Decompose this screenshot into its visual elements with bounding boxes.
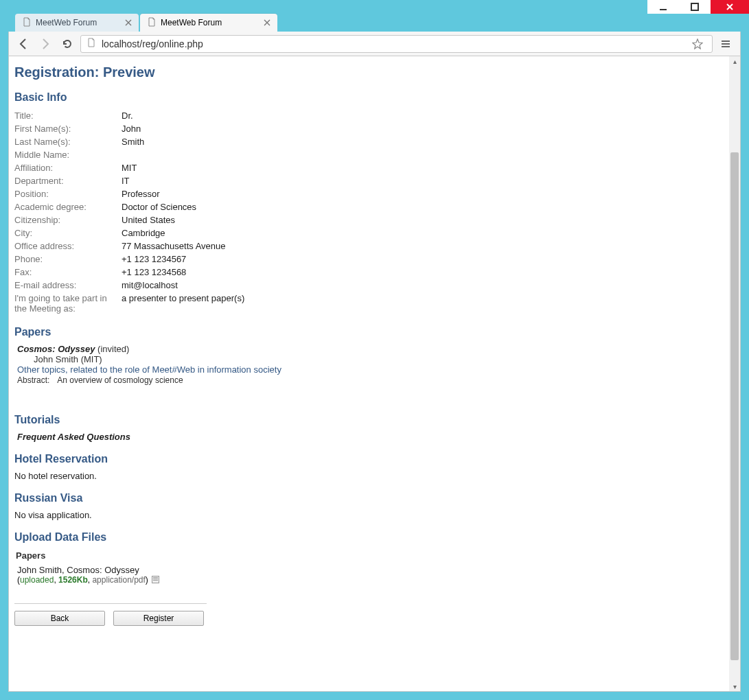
info-row: Academic degree:Doctor of Sciences	[14, 200, 244, 213]
upload-item-meta: (uploaded, 1526Kb, application/pdf)	[17, 575, 728, 585]
info-row: Affiliation:MIT	[14, 161, 244, 174]
maximize-button[interactable]	[679, 0, 711, 14]
close-button[interactable]	[711, 0, 749, 14]
info-value: Smith	[122, 135, 244, 148]
info-row: Last Name(s):Smith	[14, 135, 244, 148]
svg-rect-1	[691, 3, 698, 10]
info-value	[122, 148, 244, 161]
scroll-up-icon[interactable]: ▴	[729, 56, 740, 66]
upload-subheading: Papers	[16, 550, 728, 561]
svg-rect-3	[722, 43, 730, 45]
page-icon	[22, 17, 32, 29]
window-controls	[647, 0, 749, 14]
scrollbar[interactable]: ▴ ▾	[729, 56, 740, 691]
info-label: E-mail address:	[14, 279, 122, 292]
upload-size: 1526Kb	[58, 575, 88, 585]
svg-rect-7	[153, 579, 158, 579]
section-papers: Papers	[14, 326, 728, 338]
tutorial-item: Frequent Asked Questions	[17, 432, 728, 442]
hotel-text: No hotel reservation.	[14, 471, 728, 481]
browser-tab-0[interactable]: MeetWeb Forum	[15, 14, 139, 32]
info-label: I'm going to take part in the Meeting as…	[14, 292, 122, 315]
svg-rect-4	[722, 46, 730, 47]
scroll-down-icon[interactable]: ▾	[729, 681, 740, 691]
info-row: Phone:+1 123 1234567	[14, 253, 244, 266]
visa-text: No visa application.	[14, 510, 728, 520]
forward-button[interactable]	[36, 35, 54, 53]
reload-button[interactable]	[58, 35, 76, 53]
info-value: a presenter to present paper(s)	[122, 292, 244, 315]
register-button[interactable]: Register	[113, 611, 204, 626]
info-value: +1 123 1234568	[122, 266, 244, 279]
minimize-button[interactable]	[647, 0, 679, 14]
info-label: First Name(s):	[14, 122, 122, 135]
info-value: United States	[122, 213, 244, 226]
menu-icon[interactable]	[717, 35, 735, 53]
info-label: Academic degree:	[14, 200, 122, 213]
info-row: I'm going to take part in the Meeting as…	[14, 292, 244, 315]
browser-window: MeetWeb Forum MeetWeb Forum	[0, 0, 749, 700]
section-basic-info: Basic Info	[14, 91, 728, 104]
info-row: City:Cambridge	[14, 226, 244, 240]
info-label: Position:	[14, 187, 122, 200]
info-value: +1 123 1234567	[122, 253, 244, 266]
info-label: Title:	[14, 109, 122, 122]
info-value: IT	[122, 174, 244, 187]
info-label: Office address:	[14, 240, 122, 253]
tab-close-icon[interactable]	[124, 18, 133, 27]
info-row: Position:Professor	[14, 187, 244, 200]
tab-title: MeetWeb Forum	[36, 18, 97, 27]
info-row: First Name(s):John	[14, 122, 244, 135]
info-row: Office address:77 Massachusetts Avenue	[14, 240, 244, 253]
page-title: Registration: Preview	[14, 65, 728, 80]
browser-toolbar	[8, 32, 741, 56]
section-upload: Upload Data Files	[14, 531, 728, 544]
paper-title: Cosmos: Odyssey	[17, 344, 95, 354]
page-viewport: Registration: Preview Basic Info Title:D…	[8, 56, 741, 692]
info-label: City:	[14, 226, 122, 240]
paper-author: John Smith (MIT)	[34, 354, 728, 364]
basic-info-table: Title:Dr.First Name(s):JohnLast Name(s):…	[14, 109, 244, 315]
svg-rect-6	[153, 577, 158, 578]
browser-tab-1[interactable]: MeetWeb Forum	[140, 14, 277, 32]
svg-rect-8	[153, 580, 158, 581]
scroll-thumb[interactable]	[730, 152, 739, 660]
info-row: Department:IT	[14, 174, 244, 187]
upload-mime: application/pdf	[92, 575, 145, 585]
separator	[14, 603, 207, 604]
page-icon	[147, 17, 157, 29]
upload-item-label: John Smith, Cosmos: Odyssey	[17, 565, 728, 575]
info-row: Citizenship:United States	[14, 213, 244, 226]
paper-item: Cosmos: Odyssey (invited)John Smith (MIT…	[17, 344, 728, 385]
tab-close-icon[interactable]	[262, 18, 272, 27]
file-icon	[152, 576, 159, 585]
url-input[interactable]	[100, 38, 684, 50]
upload-status: uploaded	[20, 575, 54, 585]
info-value: Cambridge	[122, 226, 244, 240]
tab-strip: MeetWeb Forum MeetWeb Forum	[8, 14, 741, 32]
page-icon	[87, 38, 96, 49]
info-value: MIT	[122, 161, 244, 174]
paper-abstract: An overview of cosmology science	[57, 375, 183, 385]
address-bar[interactable]	[80, 35, 713, 53]
info-value: Doctor of Sciences	[122, 200, 244, 213]
paper-topic: Other topics, related to the role of Mee…	[17, 364, 728, 375]
section-tutorials: Tutorials	[14, 414, 728, 426]
info-label: Department:	[14, 174, 122, 187]
info-row: E-mail address:mit@localhost	[14, 279, 244, 292]
info-label: Citizenship:	[14, 213, 122, 226]
svg-rect-0	[660, 9, 667, 10]
info-row: Fax:+1 123 1234568	[14, 266, 244, 279]
back-button[interactable]	[14, 35, 32, 53]
info-label: Last Name(s):	[14, 135, 122, 148]
info-value: mit@localhost	[122, 279, 244, 292]
info-label: Phone:	[14, 253, 122, 266]
bookmark-star-icon[interactable]	[689, 35, 706, 53]
info-label: Affiliation:	[14, 161, 122, 174]
info-value: John	[122, 122, 244, 135]
back-page-button[interactable]: Back	[14, 611, 105, 626]
button-row: Back Register	[14, 611, 728, 626]
page-content: Registration: Preview Basic Info Title:D…	[10, 56, 728, 691]
info-label: Fax:	[14, 266, 122, 279]
info-value: Professor	[122, 187, 244, 200]
